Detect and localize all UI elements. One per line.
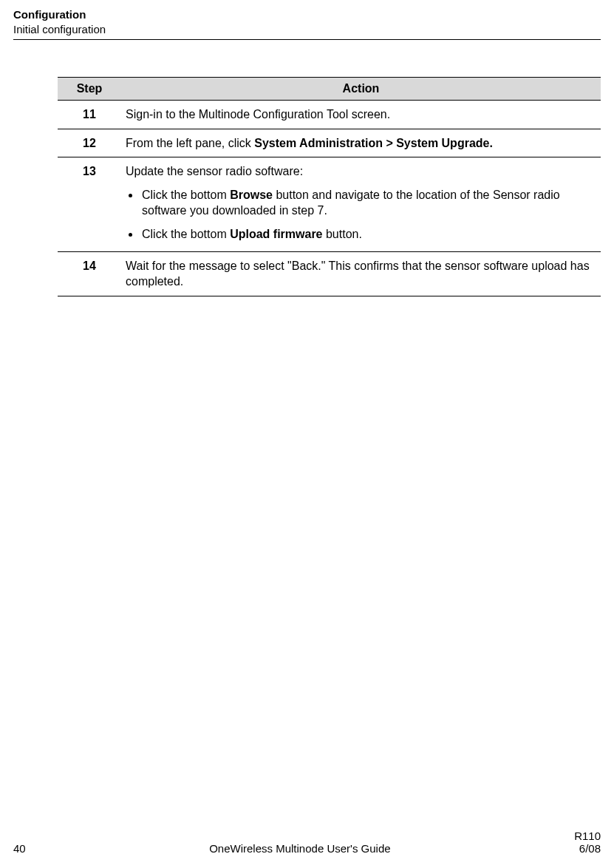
header-subtitle: Initial configuration xyxy=(13,22,601,37)
page-header: Configuration Initial configuration xyxy=(13,7,601,40)
step-action: Wait for the message to select "Back." T… xyxy=(121,251,601,296)
step-number: 14 xyxy=(58,251,121,296)
text: Click the bottom xyxy=(142,228,230,240)
footer-revision: R110 xyxy=(574,830,601,842)
footer-doc-title: OneWireless Multinode User's Guide xyxy=(26,842,574,855)
header-title: Configuration xyxy=(13,7,601,22)
steps-table: Step Action 11 Sign-in to the Multinode … xyxy=(58,77,601,296)
step-number: 13 xyxy=(58,157,121,251)
col-header-step: Step xyxy=(58,78,121,101)
bullet-list: Click the bottom Browse button and navig… xyxy=(126,187,596,243)
intro-text: Update the sensor radio software: xyxy=(126,163,596,180)
page-footer: 40 OneWireless Multinode User's Guide R1… xyxy=(13,830,601,855)
step-number: 11 xyxy=(58,101,121,129)
step-action: Sign-in to the Multinode Configuration T… xyxy=(121,101,601,129)
table-row: 11 Sign-in to the Multinode Configuratio… xyxy=(58,101,601,129)
bold-text: System Administration > System Upgrade. xyxy=(254,137,493,149)
bold-text: Browse xyxy=(230,189,273,201)
footer-page-number: 40 xyxy=(13,842,26,855)
step-action: Update the sensor radio software: Click … xyxy=(121,157,601,251)
page: Configuration Initial configuration Step… xyxy=(0,0,614,868)
list-item: Click the bottom Browse button and navig… xyxy=(140,187,596,219)
text: From the left pane, click xyxy=(126,137,254,149)
text: Click the bottom xyxy=(142,189,230,201)
table-row: 13 Update the sensor radio software: Cli… xyxy=(58,157,601,251)
list-item: Click the bottom Upload firmware button. xyxy=(140,226,596,243)
bold-text: Upload firmware xyxy=(230,228,322,240)
main-content: Step Action 11 Sign-in to the Multinode … xyxy=(58,77,601,296)
table-row: 14 Wait for the message to select "Back.… xyxy=(58,251,601,296)
step-number: 12 xyxy=(58,129,121,157)
table-header-row: Step Action xyxy=(58,78,601,101)
col-header-action: Action xyxy=(121,78,601,101)
table-row: 12 From the left pane, click System Admi… xyxy=(58,129,601,157)
step-action: From the left pane, click System Adminis… xyxy=(121,129,601,157)
footer-right: R110 6/08 xyxy=(574,830,601,855)
footer-date: 6/08 xyxy=(574,842,601,855)
text: button. xyxy=(323,228,362,240)
